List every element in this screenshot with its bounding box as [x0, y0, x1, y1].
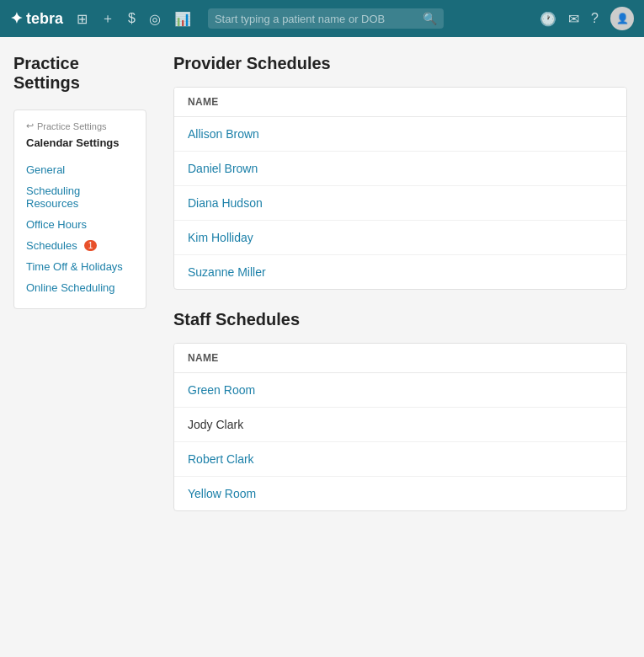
logo-icon: ✦	[10, 9, 23, 28]
logo: ✦ tebra	[10, 9, 63, 28]
logo-text: tebra	[26, 10, 63, 28]
search-input[interactable]	[215, 13, 423, 25]
help-icon[interactable]: ?	[591, 11, 599, 26]
provider-schedules-table: NAME Allison Brown Daniel Brown Diana Hu…	[173, 87, 627, 290]
sidebar-item-general[interactable]: General	[26, 159, 134, 180]
top-navigation: ✦ tebra ⊞ ＋ $ ◎ 📊 🔍 🕐 ✉ ? 👤	[0, 0, 644, 37]
staff-schedules-title: Staff Schedules	[173, 310, 627, 329]
page-title: Practice Settings	[13, 54, 146, 93]
grid-icon[interactable]: ⊞	[77, 11, 88, 27]
avatar[interactable]: 👤	[610, 7, 634, 30]
breadcrumb-icon: ↩	[26, 120, 34, 131]
schedules-badge: 1	[84, 240, 98, 251]
sidebar-item-schedules[interactable]: Schedules 1	[26, 235, 134, 256]
sidebar-nav: General Scheduling Resources Office Hour…	[26, 159, 134, 298]
topnav-right: 🕐 ✉ ? 👤	[540, 7, 634, 30]
search-icon: 🔍	[423, 12, 437, 25]
staff-schedules-table: NAME Green Room Jody Clark Robert Clark …	[173, 343, 627, 511]
mail-icon[interactable]: ✉	[568, 11, 579, 27]
sidebar-item-scheduling-resources[interactable]: Scheduling Resources	[26, 180, 134, 214]
plus-icon[interactable]: ＋	[101, 10, 114, 28]
sidebar-item-online-scheduling[interactable]: Online Scheduling	[26, 277, 134, 298]
chart-icon[interactable]: 📊	[174, 11, 191, 27]
main-layout: Practice Settings ↩ Practice Settings Ca…	[0, 37, 644, 657]
table-row[interactable]: Robert Clark	[174, 442, 626, 477]
table-row[interactable]: Allison Brown	[174, 117, 626, 152]
table-row[interactable]: Green Room	[174, 373, 626, 408]
table-row[interactable]: Suzanne Miller	[174, 255, 626, 289]
sidebar-item-time-off[interactable]: Time Off & Holidays	[26, 256, 134, 277]
breadcrumb: ↩ Practice Settings	[26, 120, 134, 131]
dollar-icon[interactable]: $	[128, 11, 136, 26]
sidebar-section-title: Calendar Settings	[26, 136, 134, 149]
provider-schedules-title: Provider Schedules	[173, 54, 627, 73]
table-row[interactable]: Yellow Room	[174, 477, 626, 510]
location-icon[interactable]: ◎	[149, 11, 161, 27]
sidebar-card: ↩ Practice Settings Calendar Settings Ge…	[13, 110, 146, 309]
table-row: Jody Clark	[174, 408, 626, 442]
search-bar[interactable]: 🔍	[208, 8, 444, 29]
sidebar: Practice Settings ↩ Practice Settings Ca…	[0, 37, 160, 657]
table-row[interactable]: Daniel Brown	[174, 152, 626, 186]
staff-table-header: NAME	[174, 344, 626, 373]
table-row[interactable]: Kim Holliday	[174, 221, 626, 255]
history-icon[interactable]: 🕐	[540, 11, 556, 27]
sidebar-item-office-hours[interactable]: Office Hours	[26, 214, 134, 235]
table-row[interactable]: Diana Hudson	[174, 186, 626, 221]
main-content: Provider Schedules NAME Allison Brown Da…	[160, 37, 644, 657]
provider-table-header: NAME	[174, 88, 626, 117]
